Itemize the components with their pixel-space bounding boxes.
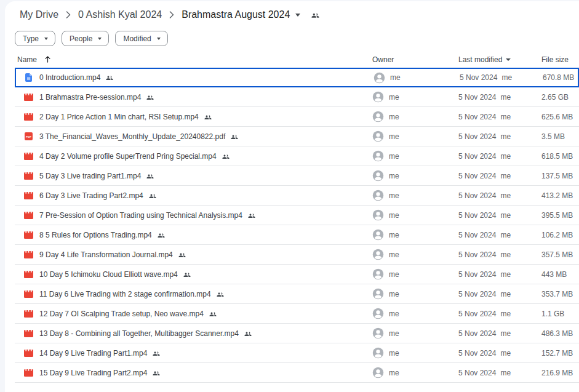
modified-date: 5 Nov 2024 [458,132,496,141]
file-size-cell: 413.2 MB [541,191,579,200]
file-row[interactable]: PDF 6 Day 3 Live Trading Part2.mp4 me 5 … [15,186,579,206]
modified-date: 5 Nov 2024 [458,250,496,259]
owner-cell: me [372,130,458,142]
file-name: 4 Day 2 Volume profile SuperTrend Pring … [39,152,217,161]
video-file-icon [23,251,33,258]
file-row[interactable]: PDF 12 Day 7 OI Scalping Trade setup, Ne… [15,304,579,324]
modified-by: me [500,369,511,377]
file-name: 6 Day 3 Live Trading Part2.mp4 [39,191,143,200]
file-row[interactable]: PDF 3 The_Financial_Waves_Monthly_Update… [15,127,579,146]
file-name: 5 Day 3 Live trading Part1.mp4 [39,172,141,180]
last-modified-cell: 5 Nov 2024 me [458,270,541,279]
filter-chip-people[interactable]: People [62,31,109,46]
file-name-cell: PDF 1 Brahmastra Pre-session.mp4 [15,93,372,102]
modified-by: me [500,211,511,220]
breadcrumb-my-drive[interactable]: My Drive [17,8,61,22]
video-file-icon [23,172,33,180]
file-name-cell: PDF 8 5 Rules for Options Trading.mp4 [15,231,372,239]
file-row[interactable]: PDF 4 Day 2 Volume profile SuperTrend Pr… [15,146,579,166]
file-size-cell: 486.3 MB [541,329,579,338]
chevron-right-icon [66,11,71,18]
last-modified-cell: 5 Nov 2024 me [458,152,541,161]
file-row[interactable]: PDF 8 5 Rules for Options Trading.mp4 me… [15,225,579,245]
svg-text:PDF: PDF [26,135,31,138]
file-row[interactable]: PDF 1 Brahmastra Pre-session.mp4 me 5 No… [15,87,579,107]
filter-chip-type[interactable]: Type [15,31,55,46]
modified-by: me [500,172,511,180]
file-row[interactable]: PDF 5 Day 3 Live trading Part1.mp4 me 5 … [15,166,579,186]
owner-avatar-icon [372,249,384,260]
owner-cell: me [372,268,458,280]
file-row[interactable]: PDF 13 Day 8 - Combining all Together, M… [15,324,579,343]
chevron-down-icon [98,38,102,40]
breadcrumb-current-folder[interactable]: Brahmastra August 2024 [179,8,303,22]
owner-label: me [390,73,401,82]
file-name-cell: PDF 7 Pre-Session of Option Trading usin… [15,211,372,220]
modified-by: me [500,132,511,141]
column-header-last-modified[interactable]: Last modified [458,55,541,64]
column-header-name[interactable]: Name [15,55,372,65]
file-row[interactable]: PDF 7 Pre-Session of Option Trading usin… [15,206,579,225]
video-file-icon [23,369,33,377]
modified-by: me [500,290,511,298]
breadcrumb-folder-parent[interactable]: 0 Ashish Kyal 2024 [76,8,164,22]
video-file-icon [23,350,33,357]
modified-by: me [500,349,511,358]
modified-date: 5 Nov 2024 [458,211,496,220]
shared-people-icon [146,173,154,179]
owner-cell: me [372,150,458,162]
modified-date: 5 Nov 2024 [458,231,496,239]
chevron-right-icon [169,11,174,18]
modified-by: me [500,329,511,338]
owner-avatar-icon [372,130,384,142]
file-name: 1 Brahmastra Pre-session.mp4 [39,93,141,102]
file-name: 0 Introduction.mp4 [39,73,100,82]
owner-avatar-icon [372,268,384,280]
file-name-cell: PDF 6 Day 3 Live Trading Part2.mp4 [15,191,372,200]
file-name-cell: PDF 2 Day 1 Price Action 1 Min chart, RS… [15,113,372,121]
owner-cell: me [372,347,458,359]
breadcrumb-current-folder-label: Brahmastra August 2024 [182,9,290,20]
file-size-cell: 1.1 GB [541,310,579,318]
file-size-cell: 2.65 GB [541,93,579,102]
file-row[interactable]: PDF 9 Day 4 Life Transformation Journal.… [15,245,579,265]
chevron-down-icon [295,14,300,17]
file-name: 3 The_Financial_Waves_Monthly_Update_202… [39,132,225,141]
shared-people-icon [153,350,160,356]
file-name-cell: PDF 3 The_Financial_Waves_Monthly_Update… [15,132,372,141]
owner-cell: me [372,327,458,339]
file-row[interactable]: PDF 10 Day 5 Ichimoku Cloud Elliott wave… [15,265,579,284]
modified-by: me [500,152,511,161]
owner-label: me [389,132,399,141]
file-name: 8 5 Rules for Options Trading.mp4 [39,231,152,239]
column-header-owner: Owner [372,55,458,64]
file-name: 2 Day 1 Price Action 1 Min chart, RSI Se… [39,113,199,121]
modified-date: 5 Nov 2024 [458,349,496,358]
file-size-cell: 670.8 MB [543,73,578,82]
owner-label: me [389,172,399,180]
owner-label: me [389,329,399,338]
file-row[interactable]: PDF 11 Day 6 Live Trading with 2 stage c… [15,284,579,304]
file-name-cell: PDF 5 Day 3 Live trading Part1.mp4 [15,172,372,180]
file-size-cell: 3.5 MB [541,132,579,141]
shared-people-icon [183,271,191,278]
shared-people-icon [204,114,212,120]
owner-avatar-icon [373,72,385,84]
owner-label: me [389,211,399,220]
file-size-cell: 106.2 MB [541,231,579,239]
file-row[interactable]: PDF 0 Introduction.mp4 me 5 Nov 2024 me … [15,68,579,87]
owner-avatar-icon [372,150,384,162]
modified-date: 5 Nov 2024 [460,73,497,82]
shared-folder-icon [311,12,319,18]
file-row[interactable]: PDF 2 Day 1 Price Action 1 Min chart, RS… [15,107,579,127]
filter-chip-modified[interactable]: Modified [115,31,167,46]
owner-label: me [389,270,399,279]
file-name-cell: PDF 13 Day 8 - Combining all Together, M… [15,329,372,338]
video-file-icon [23,212,33,219]
file-row[interactable]: PDF 15 Day 9 Live Trading Part2.mp4 me 5… [15,363,579,383]
shared-people-icon [222,153,230,159]
column-header-owner-label: Owner [372,55,394,64]
file-row[interactable]: PDF 14 Day 9 Live Trading Part1.mp4 me 5… [15,343,579,363]
shared-people-icon [149,193,156,199]
modified-date: 5 Nov 2024 [458,310,496,318]
